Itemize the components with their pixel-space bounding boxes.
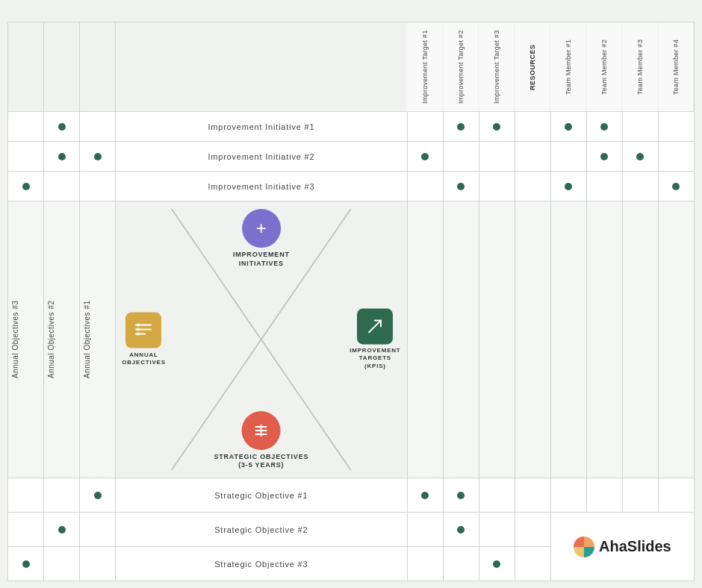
dot-indicator [672,183,680,190]
dot-indicator [457,183,465,190]
dot-indicator [565,123,572,131]
improvement-initiatives-circle: + [242,209,281,248]
dot-cell [8,478,44,513]
dot-cell [586,478,622,513]
annual-obj-1-header: Annual Objectives #1 [80,201,116,478]
corner-cell-1 [8,22,44,112]
logo-cell: AhaSlides [550,513,694,581]
resources-header: RESOURCES [515,22,550,112]
improvement-targets-label: IMPROVEMENT TARGETS (KPIS) [350,347,400,370]
dot-indicator [58,526,66,534]
dot-cell [515,142,550,172]
center-tm2 [586,201,622,478]
strategic-objectives-label: STRATEGIC OBJECTIVES (3-5 YEARS) [214,453,308,470]
dot-cell [8,172,44,201]
center-res [515,201,550,478]
dot-cell [407,172,443,201]
dot-cell [479,112,515,142]
annual-obj-2-header: Annual Objectives #2 [44,201,80,478]
strategic-label-2: Strategic Objective #2 [116,513,407,547]
dot-cell [44,112,80,142]
dot-cell [8,547,44,581]
initiative-label-1: Improvement Initiative #1 [116,112,407,142]
dot-cell [479,478,515,513]
team-member-3-header: Team Member #3 [622,22,658,112]
improvement-target-2-header: Improvement Target #2 [443,22,479,112]
dot-cell [80,142,116,172]
dot-cell [407,513,443,547]
dot-cell [479,172,515,201]
dot-indicator [58,123,66,131]
improvement-row-2: Improvement Initiative #2 [8,142,695,172]
svg-line-8 [369,320,381,332]
dot-indicator [94,153,102,160]
svg-point-6 [137,328,140,331]
strategic-objectives-icon: STRATEGIC OBJECTIVES (3-5 YEARS) [214,411,308,470]
dot-cell [515,172,550,201]
corner-cell-2 [44,22,80,112]
dot-indicator [457,526,465,534]
annual-obj-3-header: Annual Objectives #3 [8,201,44,478]
dot-cell [8,142,44,172]
corner-cell-3 [80,22,116,112]
page-container: Improvement Target #1 Improvement Target… [7,7,695,588]
initiative-label-2: Improvement Initiative #2 [116,142,407,172]
improvement-target-1-header: Improvement Target #1 [407,22,443,112]
dot-cell [8,112,44,142]
dot-cell [658,172,694,201]
annual-objectives-icon: ANNUAL OBJECTIVES [122,313,166,367]
strategic-objectives-circle [242,411,281,450]
dot-cell [80,172,116,201]
center-diagram-cell: + IMPROVEMENT INITIATIVES [116,201,407,478]
dot-cell [8,513,44,547]
improvement-row-3: Improvement Initiative #3 [8,172,695,201]
improvement-initiatives-icon: + IMPROVEMENT INITIATIVES [233,209,290,268]
dot-cell [479,547,515,581]
dot-cell [44,142,80,172]
diagram-row: Annual Objectives #3 Annual Objectives #… [8,201,695,478]
improvement-initiatives-label: IMPROVEMENT INITIATIVES [233,251,290,268]
dot-indicator [636,153,644,160]
dot-cell [586,112,622,142]
dot-cell [550,478,586,513]
dot-cell [622,142,658,172]
dot-cell [407,142,443,172]
dot-cell [658,112,694,142]
dot-cell [44,478,80,513]
annual-objectives-square [125,313,161,348]
svg-point-7 [137,333,140,336]
improvement-targets-square [357,308,393,344]
team-member-1-header: Team Member #1 [550,22,586,112]
dot-indicator [493,123,500,131]
strategic-row-2: Strategic Objective #2 AhaSlides [8,513,695,547]
strategic-row-1: Strategic Objective #1 [8,478,695,513]
dot-cell [44,547,80,581]
dot-indicator [22,183,30,190]
main-table: Improvement Target #1 Improvement Target… [7,22,695,581]
strategic-label-3: Strategic Objective #3 [116,547,407,581]
dot-cell [80,547,116,581]
dot-cell [443,513,479,547]
dot-cell [80,112,116,142]
team-member-4-header: Team Member #4 [658,22,694,112]
diagram-container: + IMPROVEMENT INITIATIVES [116,201,406,478]
dot-cell [622,172,658,201]
center-tm4 [658,201,694,478]
dot-cell [550,142,586,172]
grid-wrapper: Improvement Target #1 Improvement Target… [7,22,695,581]
center-tm1 [550,201,586,478]
dot-cell [515,547,550,581]
annual-objectives-label: ANNUAL OBJECTIVES [122,351,166,367]
dot-cell [443,478,479,513]
dot-indicator [22,560,30,568]
logo-icon [574,537,594,557]
dot-cell [443,112,479,142]
dot-cell [443,142,479,172]
svg-point-5 [137,324,140,327]
dot-cell [658,142,694,172]
dot-indicator [421,492,429,499]
dot-cell [407,547,443,581]
dot-indicator [58,153,66,160]
dot-cell [586,142,622,172]
logo-text: AhaSlides [599,538,671,555]
